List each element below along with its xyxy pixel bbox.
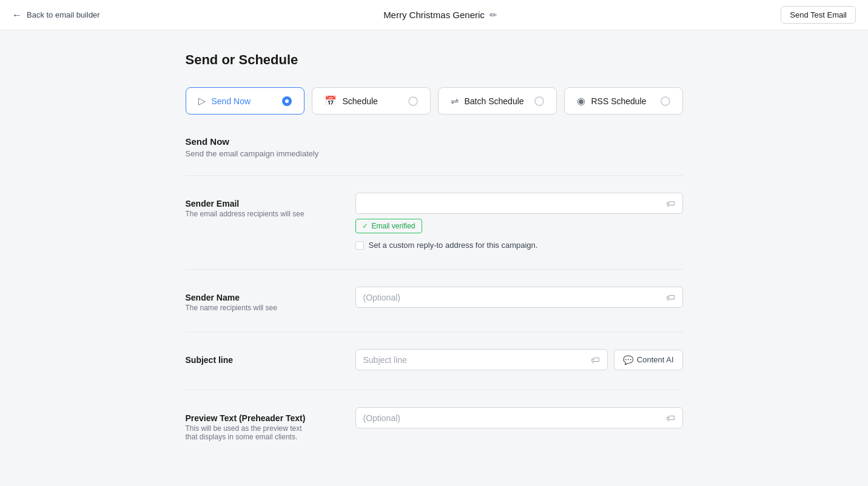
send-now-subtitle: Send the email campaign immediately (186, 149, 683, 158)
back-to-builder-button[interactable]: ← Back to email builder (12, 10, 100, 21)
rss-schedule-option[interactable]: ◉ RSS Schedule (564, 87, 683, 115)
reply-to-checkbox[interactable] (355, 241, 364, 250)
send-now-option[interactable]: ▷ Send Now (186, 87, 304, 115)
subject-line-input-wrapper: 🏷 (355, 349, 608, 370)
tag-icon-sender-name[interactable]: 🏷 (666, 292, 675, 302)
preview-text-label: Preview Text (Preheader Text) (186, 413, 331, 423)
send-now-icon: ▷ (198, 95, 206, 107)
sender-name-input-col: 🏷 (355, 287, 683, 308)
check-icon: ✓ (362, 222, 368, 230)
sender-name-input-wrapper: 🏷 (355, 287, 683, 308)
subject-input-row: 🏷 💬 Content AI (355, 349, 683, 370)
main-content: Send or Schedule ▷ Send Now 📅 Schedule ⇌… (161, 30, 707, 482)
back-label: Back to email builder (27, 10, 100, 19)
divider-2 (186, 269, 683, 270)
send-now-title: Send Now (186, 136, 683, 147)
send-now-radio-dot (285, 99, 289, 103)
sender-name-label-col: Sender Name The name recipients will see (186, 287, 331, 312)
send-options-group: ▷ Send Now 📅 Schedule ⇌ Batch Schedule (186, 87, 683, 115)
send-now-radio[interactable] (282, 96, 292, 106)
batch-schedule-option[interactable]: ⇌ Batch Schedule (438, 87, 557, 115)
preview-text-input[interactable] (363, 413, 661, 423)
subject-line-input-col: 🏷 💬 Content AI (355, 349, 683, 370)
sender-email-input-wrapper: 🏷 (355, 193, 683, 214)
sender-email-input[interactable] (363, 199, 661, 208)
schedule-option[interactable]: 📅 Schedule (312, 87, 431, 115)
tag-icon-subject[interactable]: 🏷 (591, 355, 600, 365)
email-verified-text: Email verified (372, 222, 415, 230)
preview-text-input-col: 🏷 (355, 407, 683, 428)
preview-text-row: Preview Text (Preheader Text) This will … (186, 407, 683, 441)
schedule-icon: 📅 (325, 95, 337, 107)
edit-title-icon[interactable]: ✏ (490, 10, 497, 21)
preview-text-input-wrapper: 🏷 (355, 407, 683, 428)
send-test-email-button[interactable]: Send Test Email (781, 6, 856, 24)
back-arrow-icon: ← (12, 10, 22, 21)
preview-text-desc-line2: that displays in some email clients. (186, 433, 331, 441)
rss-schedule-icon: ◉ (577, 95, 585, 107)
header-actions: Send Test Email (781, 6, 856, 24)
content-ai-label: Content AI (637, 355, 674, 364)
preview-text-label-col: Preview Text (Preheader Text) This will … (186, 407, 331, 441)
subject-line-row: Subject line 🏷 💬 Content AI (186, 349, 683, 370)
tag-icon-preview[interactable]: 🏷 (666, 413, 675, 423)
sender-name-desc: The name recipients will see (186, 304, 331, 312)
header-title-area: Merry Christmas Generic ✏ (383, 10, 497, 21)
reply-to-checkbox-row: Set a custom reply-to address for this c… (355, 241, 683, 250)
divider-3 (186, 331, 683, 332)
subject-line-label-col: Subject line (186, 349, 331, 366)
email-verified-badge: ✓ Email verified (355, 219, 422, 233)
content-ai-button[interactable]: 💬 Content AI (614, 350, 683, 370)
reply-to-label: Set a custom reply-to address for this c… (369, 241, 538, 250)
batch-schedule-radio[interactable] (534, 96, 544, 106)
rss-schedule-radio[interactable] (661, 96, 670, 106)
app-header: ← Back to email builder Merry Christmas … (0, 0, 868, 30)
subject-line-input[interactable] (363, 355, 586, 365)
sender-email-label: Sender Email (186, 199, 331, 208)
sender-name-input[interactable] (363, 293, 661, 302)
rss-schedule-label: RSS Schedule (591, 96, 647, 106)
sender-email-row: Sender Email The email address recipient… (186, 193, 683, 250)
page-title: Send or Schedule (186, 52, 683, 68)
schedule-radio[interactable] (408, 96, 418, 106)
divider-1 (186, 175, 683, 176)
batch-schedule-label: Batch Schedule (465, 96, 524, 106)
sender-email-desc: The email address recipients will see (186, 210, 331, 218)
tag-icon-sender-email[interactable]: 🏷 (666, 198, 675, 208)
send-now-description: Send Now Send the email campaign immedia… (186, 136, 683, 158)
content-ai-icon: 💬 (623, 355, 633, 365)
sender-name-row: Sender Name The name recipients will see… (186, 287, 683, 312)
sender-email-label-col: Sender Email The email address recipient… (186, 193, 331, 218)
schedule-label: Schedule (343, 96, 378, 106)
divider-4 (186, 390, 683, 390)
send-now-label: Send Now (212, 96, 251, 106)
subject-line-label: Subject line (186, 355, 331, 365)
preview-text-desc-line1: This will be used as the preview text (186, 424, 331, 433)
sender-name-label: Sender Name (186, 293, 331, 302)
campaign-title: Merry Christmas Generic (383, 10, 485, 20)
sender-email-input-col: 🏷 ✓ Email verified Set a custom reply-to… (355, 193, 683, 250)
batch-schedule-icon: ⇌ (451, 95, 459, 107)
